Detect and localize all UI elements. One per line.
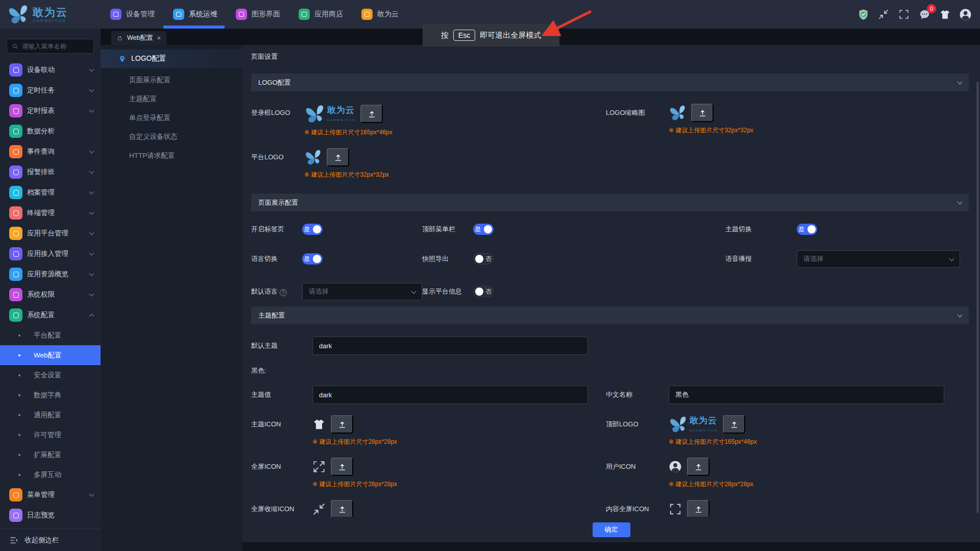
nav-ganweiyun[interactable]: 敢为云 <box>361 0 399 29</box>
sidebar-item-menu-management[interactable]: 菜单管理 <box>0 485 101 505</box>
upload-content-fullscreen-icon-button[interactable] <box>687 500 709 517</box>
field-user-icon: 用户ICON ※ 建议上传图片尺寸28px*28px <box>606 458 969 489</box>
sidebar-item-alarm-scheduling[interactable]: 报警排班 <box>0 162 101 182</box>
sidebar-item-archive-management[interactable]: 档案管理 <box>0 182 101 203</box>
app-store-icon <box>299 9 310 20</box>
upload-fullscreen-icon-button[interactable] <box>331 458 353 476</box>
nav-device-management[interactable]: 设备管理 <box>110 0 155 29</box>
search-icon <box>12 43 18 50</box>
chevron-down-icon <box>89 271 94 276</box>
sidebar-item-scheduled-tasks[interactable]: 定时任务 <box>0 80 101 101</box>
nav-system-operations[interactable]: 系统运维 <box>173 0 217 29</box>
butterfly-logo-icon <box>304 104 325 124</box>
section-header-page-display[interactable]: 页面展示配置 <box>251 194 969 211</box>
messages-icon[interactable]: 0 <box>918 8 931 21</box>
upload-top-logo-button[interactable] <box>723 415 745 434</box>
theme-value-input[interactable] <box>312 386 588 404</box>
brand: 敢为云 GANWEIYUN <box>0 4 101 25</box>
sidebar-item-system-permissions[interactable]: 系统权限 <box>0 284 101 305</box>
exit-fullscreen-icon[interactable] <box>877 8 890 21</box>
panel-item-sso-config[interactable]: 单点登录配置 <box>101 108 242 127</box>
panel-item-custom-device-status[interactable]: 自定义设备状态 <box>101 127 242 146</box>
toggle-language-switch[interactable]: 是 <box>302 253 323 265</box>
settings-panel-nav: LOGO配置 页面展示配置 主题配置 单点登录配置 自定义设备状态 HTTP请求… <box>101 45 242 551</box>
scheduled-tasks-icon <box>9 84 22 97</box>
chevron-down-icon <box>949 256 954 261</box>
upload-platform-logo-button[interactable] <box>327 148 349 166</box>
user-avatar[interactable] <box>959 8 972 21</box>
tab-web-config[interactable]: Web配置 × <box>111 31 166 45</box>
upload-fullscreen-collapse-icon-button[interactable] <box>331 500 353 517</box>
sidebar-item-data-analysis[interactable]: 数据分析 <box>0 121 101 141</box>
toggle-show-platform-info[interactable]: 否 <box>473 286 494 297</box>
panel-item-logo-config[interactable]: LOGO配置 <box>101 50 242 68</box>
upload-theme-icon-button[interactable] <box>331 415 353 434</box>
sidebar-subitem-security-settings[interactable]: 安全设置 <box>0 365 101 385</box>
field-theme-value: 主题值 <box>251 386 606 404</box>
theme-shirt-icon <box>312 418 326 431</box>
upload-hint: ※ 建议上传图片尺寸28px*28px <box>312 480 397 489</box>
sidebar-subitem-general-config[interactable]: 通用配置 <box>0 405 101 425</box>
toggle-top-menu[interactable]: 是 <box>473 224 494 235</box>
voice-broadcast-select[interactable]: 请选择 <box>797 250 960 268</box>
collapse-sidebar-button[interactable]: 收起侧边栏 <box>0 529 101 551</box>
upload-icon <box>334 153 342 162</box>
sidebar-subitem-license-management[interactable]: 许可管理 <box>0 425 101 445</box>
toggle-snapshot-export[interactable]: 否 <box>473 253 494 265</box>
sidebar-subitem-multiscreen[interactable]: 多屏互动 <box>0 465 101 485</box>
nav-graphic-interface[interactable]: 图形界面 <box>236 0 280 29</box>
upload-icon <box>368 110 376 118</box>
chevron-down-icon <box>89 149 94 154</box>
topbar-actions: 0 <box>856 8 980 21</box>
confirm-button[interactable]: 确定 <box>593 522 630 537</box>
sidebar-subitem-web-config[interactable]: Web配置 <box>0 345 101 365</box>
upload-logo-thumbnail-button[interactable] <box>691 104 714 122</box>
sidebar-item-app-access-management[interactable]: 应用接入管理 <box>0 244 101 264</box>
security-shield-icon[interactable] <box>856 8 870 21</box>
sidebar-item-log-preview[interactable]: 日志预览 <box>0 505 101 525</box>
theme-shirt-icon[interactable] <box>938 8 951 21</box>
upload-user-icon-button[interactable] <box>687 458 709 476</box>
sidebar-item-system-config[interactable]: 系统配置 <box>0 305 101 325</box>
settings-form: 页面设置 LOGO配置 登录框LOGO <box>242 45 980 517</box>
section-header-logo-config[interactable]: LOGO配置 <box>251 74 969 91</box>
menu-search-box[interactable] <box>7 39 94 54</box>
sidebar-item-app-platform-management[interactable]: 应用平台管理 <box>0 223 101 244</box>
vertical-scrollbar[interactable] <box>976 82 979 513</box>
sidebar-item-device-linkage[interactable]: 设备联动 <box>0 60 101 80</box>
fullscreen-expand-icon <box>312 460 326 473</box>
sidebar-item-event-query[interactable]: 事件查询 <box>0 141 101 162</box>
search-input[interactable] <box>22 43 89 50</box>
sidebar-subitem-platform-config[interactable]: 平台配置 <box>0 325 101 345</box>
theme-group-label: 黑色: <box>251 366 969 375</box>
cn-name-input[interactable] <box>669 386 944 404</box>
sidebar-subitem-extension-config[interactable]: 扩展配置 <box>0 445 101 465</box>
sidebar-item-app-resource-overview[interactable]: 应用资源概览 <box>0 264 101 284</box>
toggle-theme-switch[interactable]: 是 <box>797 224 817 235</box>
refresh-icon[interactable] <box>117 35 123 41</box>
default-theme-input[interactable] <box>312 337 588 355</box>
system-permissions-icon <box>9 288 22 301</box>
esc-keycap: Esc <box>453 30 475 41</box>
panel-item-page-display-config[interactable]: 页面展示配置 <box>101 70 242 89</box>
chevron-down-icon <box>89 492 94 497</box>
sidebar-item-scheduled-reports[interactable]: 定时报表 <box>0 101 101 121</box>
panel-item-http-request-config[interactable]: HTTP请求配置 <box>101 146 242 165</box>
panel-item-theme-config[interactable]: 主题配置 <box>101 89 242 108</box>
help-icon[interactable]: ? <box>280 289 287 296</box>
close-tab-icon[interactable]: × <box>157 34 161 42</box>
logo-thumbnail-preview <box>669 104 686 122</box>
brand-title: 敢为云 <box>33 7 68 17</box>
upload-login-logo-button[interactable] <box>360 105 383 123</box>
chevron-down-icon <box>958 80 963 85</box>
top-nav: 设备管理 系统运维 图形界面 应用商店 敢为云 <box>110 0 399 29</box>
sidebar-subitem-data-dictionary[interactable]: 数据字典 <box>0 385 101 405</box>
nav-app-store[interactable]: 应用商店 <box>299 0 343 29</box>
section-header-theme-config[interactable]: 主题配置 <box>251 306 969 324</box>
content-fullscreen-icon[interactable] <box>897 8 911 21</box>
default-language-select[interactable]: 请选择 <box>302 283 422 300</box>
brand-butterfly-logo <box>7 4 29 25</box>
upload-hint: ※ 建议上传图片尺寸32px*32px <box>304 171 389 179</box>
sidebar-item-terminal-management[interactable]: 终端管理 <box>0 203 101 223</box>
toggle-enable-tabs[interactable]: 是 <box>302 224 323 235</box>
